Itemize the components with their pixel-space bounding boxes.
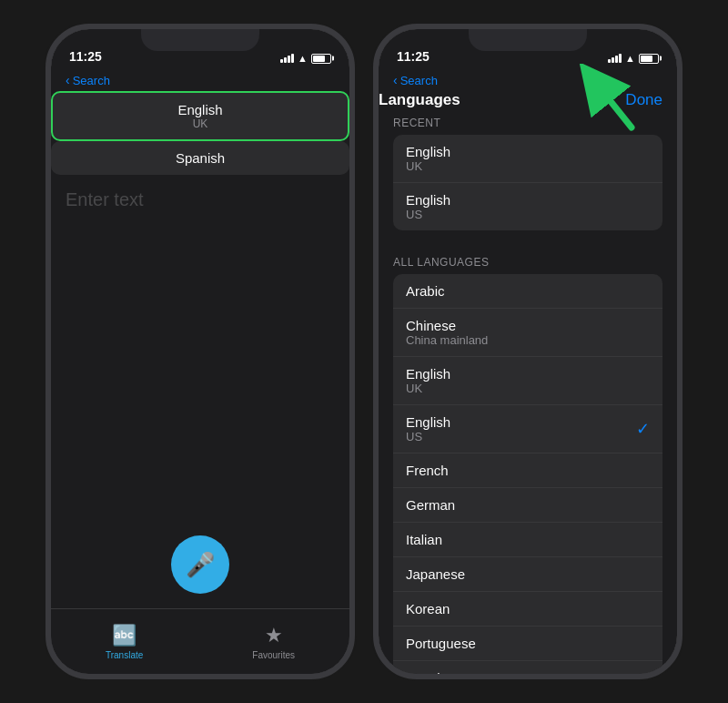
lang-italian[interactable]: Italian [393, 523, 662, 557]
translate-tab-label: Translate [106, 650, 143, 660]
recent-english-us-sub: US [406, 208, 650, 221]
battery-icon-2 [639, 54, 659, 64]
translate-tab[interactable]: 🔤 Translate [106, 624, 143, 660]
favourites-tab-label: Favourites [252, 650, 295, 660]
recent-english-us[interactable]: English US [393, 183, 662, 230]
phone-1: 11:25 ▲ ‹ Search [46, 24, 355, 679]
lang-english-uk[interactable]: English UK [393, 357, 662, 405]
notch-2 [469, 29, 587, 51]
recent-section-header: RECENT [393, 109, 662, 135]
signal-icon [280, 54, 294, 63]
enter-text-placeholder: Enter text [66, 189, 144, 210]
lang-arabic[interactable]: Arabic [393, 274, 662, 309]
english-uk-tab-name: English [53, 102, 348, 117]
english-uk-tab[interactable]: English UK [51, 91, 349, 141]
languages-page-header: Languages Done [379, 91, 677, 109]
status-time-1: 11:25 [69, 49, 102, 64]
language-tabs: English UK Spanish [51, 91, 349, 175]
microphone-icon: 🎤 [186, 551, 215, 579]
status-icons-2: ▲ [608, 53, 659, 64]
page-title: Languages [379, 91, 460, 108]
languages-list: RECENT English UK English US ALL LANGUAG… [379, 109, 677, 674]
all-languages-section: Arabic Chinese China mainland English UK… [393, 274, 662, 674]
checkmark-icon: ✓ [636, 419, 650, 439]
lang-english-us[interactable]: English US ✓ [393, 405, 662, 453]
translate-icon: 🔤 [112, 624, 136, 647]
wifi-icon-2: ▲ [625, 53, 635, 64]
phone-2: 11:25 ▲ ‹ Search La [373, 24, 682, 679]
lang-english-us-text: English US [406, 414, 450, 443]
lang-japanese[interactable]: Japanese [393, 557, 662, 592]
spanish-tab[interactable]: Spanish [51, 141, 349, 175]
battery-icon [311, 54, 331, 64]
wifi-icon: ▲ [298, 53, 308, 64]
back-nav-2[interactable]: ‹ Search [379, 69, 677, 91]
star-icon: ★ [265, 624, 283, 647]
status-icons-1: ▲ [280, 53, 331, 64]
favourites-tab[interactable]: ★ Favourites [252, 624, 295, 660]
mic-button[interactable]: 🎤 [171, 535, 229, 594]
done-button[interactable]: Done [625, 91, 662, 109]
mic-area: 🎤 [51, 535, 349, 608]
back-link-2[interactable]: ‹ Search [393, 73, 438, 87]
chevron-left-icon-2: ‹ [393, 73, 398, 87]
chevron-left-icon: ‹ [66, 73, 70, 87]
notch [141, 29, 259, 51]
tab-bar-1: 🔤 Translate ★ Favourites [51, 608, 349, 674]
recent-section: English UK English US [393, 135, 662, 230]
english-uk-tab-sub: UK [53, 117, 348, 130]
recent-english-us-name: English [406, 192, 650, 208]
recent-english-uk-name: English [406, 144, 650, 159]
back-link-1[interactable]: ‹ Search [66, 73, 110, 87]
recent-english-uk-sub: UK [406, 159, 650, 173]
lang-portuguese[interactable]: Portuguese [393, 627, 662, 661]
lang-french[interactable]: French [393, 453, 662, 488]
all-languages-section-header: ALL LANGUAGES [393, 249, 662, 274]
status-time-2: 11:25 [397, 49, 430, 64]
back-nav-1[interactable]: ‹ Search [51, 69, 349, 91]
lang-chinese[interactable]: Chinese China mainland [393, 309, 662, 357]
lang-korean[interactable]: Korean [393, 592, 662, 627]
spanish-tab-name: Spanish [51, 150, 349, 166]
recent-english-uk[interactable]: English UK [393, 135, 662, 183]
lang-german[interactable]: German [393, 488, 662, 523]
lang-russian[interactable]: Russian [393, 661, 662, 674]
signal-icon-2 [608, 54, 622, 63]
text-input-area[interactable]: Enter text [51, 175, 349, 535]
